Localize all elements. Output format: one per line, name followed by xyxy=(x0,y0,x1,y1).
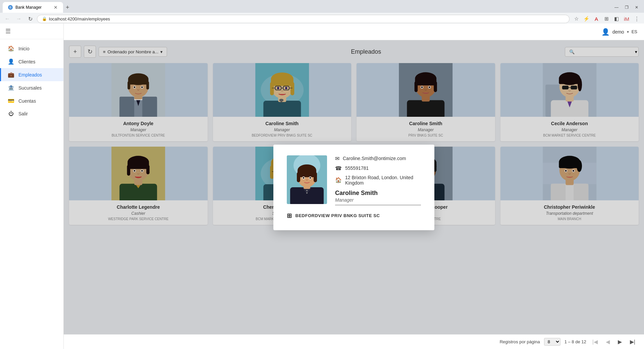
sidebar: ☰ 🏠 Inicio 👤 Clientes 💼 Empleados 🏦 Sucu… xyxy=(0,23,64,349)
modal-person-role: Manager xyxy=(335,197,421,205)
modal-email-row: ✉ Caroline.Smith@ontimize.com xyxy=(335,155,421,162)
app-container: ☰ 🏠 Inicio 👤 Clientes 💼 Empleados 🏦 Sucu… xyxy=(0,23,644,349)
main-content: 👤 demo ▾ ES + ↻ ≡ Ordenado por Nombre a.… xyxy=(64,23,644,349)
logout-icon: ⏻ xyxy=(8,111,14,117)
browser-menu-button[interactable]: ⋮ xyxy=(632,14,641,23)
user-dropdown-arrow[interactable]: ▾ xyxy=(627,30,629,34)
modal-name-section: Caroline Smith Manager xyxy=(335,190,421,205)
maximize-button[interactable]: ❐ xyxy=(622,3,631,12)
modal-phone-row: ☎ 555591781 xyxy=(335,165,421,171)
sidebar-item-cuentas[interactable]: 💳 Cuentas xyxy=(0,94,63,107)
branch-icon: ⊞ xyxy=(287,212,292,219)
reload-button[interactable]: ↻ xyxy=(25,14,35,23)
tab-favicon: B xyxy=(8,5,13,10)
close-tab-button[interactable]: ✕ xyxy=(54,5,58,10)
forward-button[interactable]: → xyxy=(14,14,23,23)
sidebar-label-empleados: Empleados xyxy=(18,72,42,78)
sidebar-header: ☰ xyxy=(0,23,63,39)
sidebar-label-cuentas: Cuentas xyxy=(18,98,36,104)
svg-rect-120 xyxy=(298,170,316,177)
browser-tab[interactable]: B Bank Manager ✕ xyxy=(3,2,63,13)
modal-phone: 555591781 xyxy=(345,165,369,171)
modal-address-row: 🏠 12 Brixton Road, London. United Kingdo… xyxy=(335,175,421,186)
minimize-button[interactable]: — xyxy=(612,3,621,12)
prev-page-button[interactable]: ◀ xyxy=(604,338,612,346)
svg-rect-122 xyxy=(314,172,317,182)
email-icon: ✉ xyxy=(335,155,339,162)
svg-point-128 xyxy=(306,192,308,194)
modal-person-name: Caroline Smith xyxy=(335,190,421,197)
sidebar-label-inicio: Inicio xyxy=(18,46,30,51)
last-page-button[interactable]: ▶| xyxy=(628,338,637,346)
employee-detail-modal: ✉ Caroline.Smith@ontimize.com ☎ 55559178… xyxy=(273,145,434,230)
phone-icon: ☎ xyxy=(335,165,342,171)
bookmark-button[interactable]: ☆ xyxy=(572,14,581,23)
topbar: 👤 demo ▾ ES xyxy=(64,23,644,40)
clients-icon: 👤 xyxy=(8,58,14,65)
content-area: + ↻ ≡ Ordenado por Nombre a... ▾ Emplead… xyxy=(64,40,644,334)
user-icon-button[interactable]: 👤 xyxy=(601,28,610,36)
branches-icon: 🏦 xyxy=(8,85,14,91)
modal-address: 12 Brixton Road, London. United Kingdom xyxy=(345,175,421,186)
page-size-select[interactable]: 8 16 32 xyxy=(544,338,560,346)
svg-point-125 xyxy=(303,177,305,179)
modal-avatar xyxy=(287,155,327,204)
hamburger-button[interactable]: ☰ xyxy=(5,28,11,35)
employees-icon: 💼 xyxy=(8,71,14,78)
modal-overlay[interactable]: ✉ Caroline.Smith@ontimize.com ☎ 55559178… xyxy=(64,40,644,334)
browser-ext3[interactable]: iM xyxy=(622,14,631,23)
sidebar-item-inicio[interactable]: 🏠 Inicio xyxy=(0,42,63,55)
address-icon: 🏠 xyxy=(335,177,342,183)
topbar-right: 👤 demo ▾ ES xyxy=(601,28,637,36)
svg-point-126 xyxy=(310,177,311,179)
sidebar-item-salir[interactable]: ⏻ Salir xyxy=(0,107,63,120)
close-window-button[interactable]: ✕ xyxy=(632,3,641,12)
modal-email: Caroline.Smith@ontimize.com xyxy=(343,156,406,161)
first-page-button[interactable]: |◀ xyxy=(590,338,600,346)
browser-ext2[interactable]: ◧ xyxy=(612,14,621,23)
tab-title: Bank Manager xyxy=(15,5,42,10)
next-page-button[interactable]: ▶ xyxy=(616,338,624,346)
modal-branch: BEDFORDVIEW PRIV BNKG SUITE SC xyxy=(296,213,380,218)
sidebar-item-clientes[interactable]: 👤 Clientes xyxy=(0,55,63,68)
address-bar[interactable]: 🔒 localhost:4200/main/employees xyxy=(37,15,570,23)
modal-branch-row: ⊞ BEDFORDVIEW PRIV BNKG SUITE SC xyxy=(287,212,380,219)
pagination-label: Registros por página xyxy=(500,339,540,344)
browser-ext1[interactable]: ⊞ xyxy=(602,14,611,23)
pagination-bar: Registros por página 8 16 32 1 – 8 de 12… xyxy=(64,334,644,349)
pdf-button[interactable]: A xyxy=(592,14,601,23)
modal-top: ✉ Caroline.Smith@ontimize.com ☎ 55559178… xyxy=(287,155,421,205)
browser-chrome: B Bank Manager ✕ + — ❐ ✕ ← → ↻ 🔒 localho… xyxy=(0,0,644,23)
pagination-range: 1 – 8 de 12 xyxy=(565,339,586,344)
modal-details: ✉ Caroline.Smith@ontimize.com ☎ 55559178… xyxy=(335,155,421,205)
sidebar-item-empleados[interactable]: 💼 Empleados xyxy=(0,68,63,81)
sidebar-item-sucursales[interactable]: 🏦 Sucursales xyxy=(0,81,63,94)
svg-rect-121 xyxy=(297,172,300,182)
new-tab-button[interactable]: + xyxy=(64,3,71,12)
sidebar-nav: 🏠 Inicio 👤 Clientes 💼 Empleados 🏦 Sucurs… xyxy=(0,39,63,349)
user-label: demo xyxy=(612,29,624,35)
url-text: localhost:4200/main/employees xyxy=(49,16,110,21)
sidebar-label-clientes: Clientes xyxy=(18,59,36,64)
language-label: ES xyxy=(632,29,637,34)
svg-point-127 xyxy=(306,190,308,191)
sidebar-label-salir: Salir xyxy=(18,111,28,116)
back-button[interactable]: ← xyxy=(3,14,12,23)
sidebar-label-sucursales: Sucursales xyxy=(18,85,42,91)
lock-icon: 🔒 xyxy=(42,16,47,21)
window-controls: — ❐ ✕ xyxy=(612,3,641,12)
accounts-icon: 💳 xyxy=(8,98,14,104)
extensions-button[interactable]: ⚡ xyxy=(582,14,591,23)
home-icon: 🏠 xyxy=(8,45,14,52)
